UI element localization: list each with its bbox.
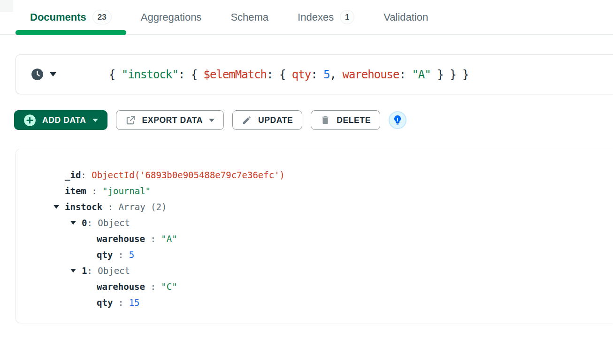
document-card: _id : ObjectId('6893b0e905488e79c7e36efc… (15, 149, 613, 323)
doc-value: Object (98, 218, 130, 228)
doc-key: instock (65, 202, 102, 212)
doc-value: Array (2) (118, 202, 167, 212)
doc-separator: : (87, 218, 98, 228)
documents-count-badge: 23 (92, 10, 112, 24)
update-button[interactable]: UPDATE (232, 110, 302, 130)
collapse-caret-icon[interactable] (70, 221, 82, 225)
insights-button[interactable] (389, 111, 406, 129)
tab-indexes-label: Indexes (298, 11, 334, 23)
query-token: } } } (431, 68, 469, 81)
query-token: qty (292, 68, 311, 81)
tab-aggregations[interactable]: Aggregations (126, 0, 216, 34)
doc-value: 15 (129, 297, 140, 308)
query-token: : { (178, 68, 204, 81)
tab-schema[interactable]: Schema (216, 0, 283, 34)
pencil-icon (242, 115, 252, 125)
doc-key: qty (97, 297, 113, 308)
chevron-down-icon (209, 119, 215, 122)
doc-separator: : (145, 234, 161, 244)
query-token: { (109, 68, 122, 81)
doc-line-instock-1[interactable]: 1 : Object (54, 263, 613, 279)
doc-key: 0 (82, 218, 87, 228)
query-token: : (399, 68, 412, 81)
doc-line-id[interactable]: _id : ObjectId('6893b0e905488e79c7e36efc… (54, 167, 613, 183)
doc-separator: : (86, 186, 102, 196)
query-token: : { (267, 68, 292, 81)
doc-line-qty-1[interactable]: qty : 15 (54, 295, 613, 311)
lightbulb-icon (392, 114, 403, 126)
add-data-button[interactable]: ADD DATA (14, 110, 107, 130)
update-label: UPDATE (258, 115, 293, 125)
indexes-count-badge: 1 (340, 10, 354, 24)
query-token: , (330, 68, 343, 81)
export-data-label: EXPORT DATA (142, 115, 203, 125)
query-token: 5 (323, 68, 329, 81)
export-data-button[interactable]: EXPORT DATA (116, 110, 224, 130)
doc-separator: : (87, 265, 98, 276)
doc-line-qty-0[interactable]: qty : 5 (54, 247, 613, 263)
documents-toolbar: ADD DATA EXPORT DATA UPDATE DELETE (14, 110, 613, 130)
query-token: : (311, 68, 323, 81)
delete-button[interactable]: DELETE (311, 110, 380, 130)
clock-icon (31, 68, 44, 81)
doc-value: ObjectId('6893b0e905488e79c7e36efc') (92, 170, 285, 180)
doc-value: "A" (161, 234, 177, 244)
doc-line-warehouse-0[interactable]: warehouse : "A" (54, 231, 613, 247)
query-token: warehouse (342, 68, 399, 81)
query-token: "instock" (122, 68, 178, 81)
collapse-caret-icon[interactable] (54, 205, 65, 209)
tab-validation-label: Validation (383, 11, 428, 23)
trash-icon (320, 115, 330, 125)
query-token: "A" (412, 68, 430, 81)
add-data-label: ADD DATA (42, 115, 86, 125)
delete-label: DELETE (337, 115, 371, 125)
query-bar: { "instock": { $elemMatch: { qty: 5, war… (15, 54, 613, 94)
clipped-panel-fragment (0, 0, 13, 12)
doc-separator: : (145, 281, 161, 292)
collapse-caret-icon[interactable] (70, 269, 82, 273)
tab-documents-label: Documents (30, 11, 86, 23)
tab-aggregations-label: Aggregations (141, 11, 202, 23)
chevron-down-icon (92, 119, 98, 122)
doc-key: _id (65, 170, 81, 180)
tab-documents[interactable]: Documents 23 (15, 0, 126, 34)
query-history-button[interactable] (31, 68, 56, 81)
doc-separator: : (113, 250, 129, 260)
doc-key: item (65, 186, 86, 196)
query-token: $elemMatch (204, 68, 267, 81)
chevron-down-icon (50, 72, 56, 76)
doc-separator: : (113, 297, 129, 308)
doc-line-instock[interactable]: instock : Array (2) (54, 199, 613, 215)
doc-value: "journal" (102, 186, 151, 196)
collection-tab-bar: Documents 23 Aggregations Schema Indexes… (0, 0, 613, 35)
doc-value: 5 (129, 250, 134, 260)
doc-key: 1 (82, 265, 87, 276)
active-tab-underline (15, 30, 126, 35)
doc-separator: : (81, 170, 92, 180)
export-icon (125, 115, 136, 126)
doc-value: "C" (161, 281, 177, 292)
tab-indexes[interactable]: Indexes 1 (283, 0, 369, 34)
plus-circle-icon (23, 114, 36, 127)
query-input[interactable]: { "instock": { $elemMatch: { qty: 5, war… (84, 55, 468, 94)
doc-key: warehouse (97, 281, 145, 292)
doc-key: qty (97, 250, 113, 260)
doc-line-instock-0[interactable]: 0 : Object (54, 215, 613, 231)
doc-value: Object (98, 265, 130, 276)
doc-line-item[interactable]: item : "journal" (54, 183, 613, 199)
doc-line-warehouse-1[interactable]: warehouse : "C" (54, 279, 613, 295)
doc-key: warehouse (97, 234, 145, 244)
doc-separator: : (102, 202, 118, 212)
tab-validation[interactable]: Validation (369, 0, 443, 34)
tab-schema-label: Schema (230, 11, 268, 23)
